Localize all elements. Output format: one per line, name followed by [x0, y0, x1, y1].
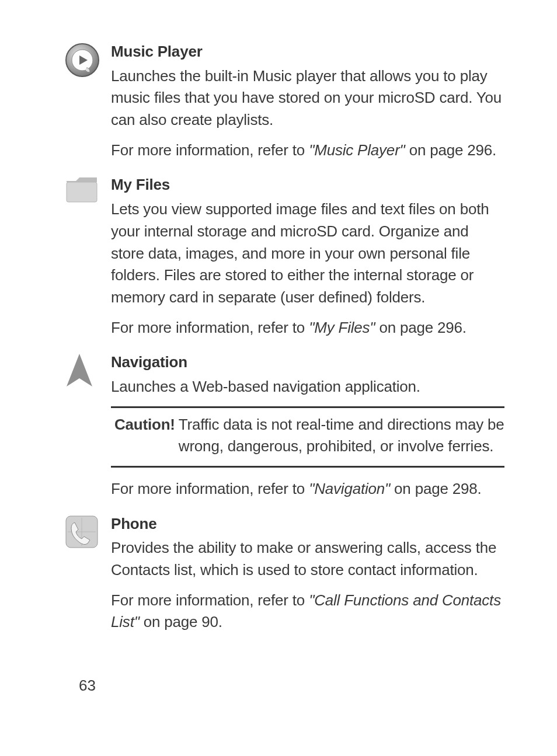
navigation-arrow-icon [64, 351, 111, 390]
folder-icon [64, 174, 111, 204]
caution-text: Traffic data is not real-time and direct… [179, 414, 504, 458]
ref-prefix: For more information, refer to [111, 591, 309, 609]
svg-marker-4 [67, 354, 92, 386]
music-player-icon [64, 41, 111, 78]
ref-suffix: on page 296. [405, 141, 496, 159]
navigation-title: Navigation [111, 351, 504, 374]
ref-italic: "Music Player" [309, 141, 405, 159]
ref-prefix: For more information, refer to [111, 319, 309, 336]
caution-box: Caution! Traffic data is not real-time a… [111, 406, 504, 468]
caution-label: Caution! [111, 414, 175, 458]
ref-suffix: on page 298. [390, 480, 481, 497]
entry-phone: Phone Provides the ability to make or an… [64, 513, 504, 642]
phone-body: Provides the ability to make or answerin… [111, 537, 504, 581]
my-files-title: My Files [111, 174, 504, 196]
music-player-ref: For more information, refer to "Music Pl… [111, 140, 504, 162]
entry-music-player: Music Player Launches the built-in Music… [64, 41, 504, 169]
ref-suffix: on page 296. [375, 319, 466, 336]
navigation-ref: For more information, refer to "Navigati… [111, 478, 504, 500]
ref-italic: "My Files" [309, 319, 375, 336]
phone-ref: For more information, refer to "Call Fun… [111, 590, 504, 633]
ref-prefix: For more information, refer to [111, 141, 309, 159]
my-files-body: Lets you view supported image files and … [111, 198, 504, 308]
page-number: 63 [79, 677, 96, 695]
ref-italic: "Navigation" [309, 480, 390, 497]
entry-my-files: My Files Lets you view supported image f… [64, 174, 504, 347]
music-player-title: Music Player [111, 41, 504, 63]
my-files-ref: For more information, refer to "My Files… [111, 317, 504, 339]
svg-rect-3 [67, 182, 97, 202]
navigation-body: Launches a Web-based navigation applicat… [111, 376, 504, 398]
phone-title: Phone [111, 513, 504, 535]
ref-prefix: For more information, refer to [111, 480, 309, 497]
entry-navigation: Navigation Launches a Web-based navigati… [64, 351, 504, 508]
ref-suffix: on page 90. [140, 613, 222, 630]
music-player-body: Launches the built-in Music player that … [111, 65, 504, 131]
phone-icon [64, 513, 111, 549]
